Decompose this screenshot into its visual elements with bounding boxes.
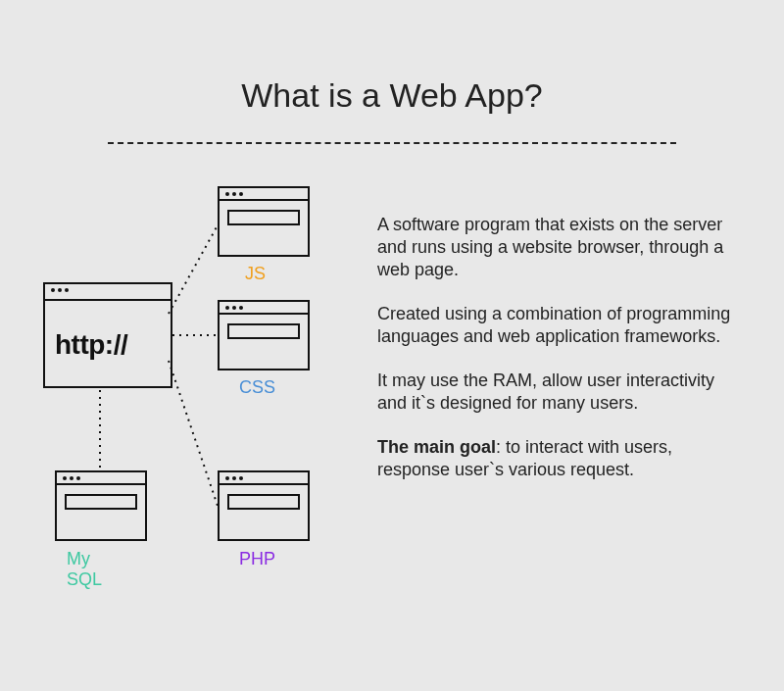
node-label-mysql: My SQL: [67, 549, 102, 590]
window-inner-rect: [227, 210, 300, 225]
node-browser-php: [218, 470, 310, 541]
window-dots-icon: [225, 306, 243, 310]
node-label-js: JS: [245, 264, 266, 284]
window-dots-icon: [51, 288, 69, 292]
paragraph-1: A software program that exists on the se…: [377, 214, 735, 281]
window-toolbar-sep: [45, 299, 171, 301]
window-inner-rect: [65, 494, 137, 510]
svg-line-0: [169, 225, 218, 314]
window-toolbar-sep: [57, 483, 145, 485]
paragraph-3: It may use the RAM, allow user interacti…: [377, 370, 735, 415]
paragraph-2: Created using a combination of programmi…: [377, 303, 735, 348]
node-label-php: PHP: [239, 549, 275, 569]
main-browser-icon: http://: [43, 282, 172, 388]
window-dots-icon: [63, 476, 80, 480]
node-browser-css: [218, 300, 310, 370]
window-inner-rect: [227, 494, 300, 510]
window-toolbar-sep: [220, 313, 308, 315]
svg-line-2: [169, 361, 218, 506]
paragraph-4-bold: The main goal: [377, 437, 496, 457]
node-label-css: CSS: [239, 377, 275, 398]
node-browser-js: [218, 186, 310, 257]
paragraph-4: The main goal: to interact with users, r…: [377, 436, 735, 481]
window-toolbar-sep: [220, 483, 308, 485]
divider: [108, 142, 676, 144]
window-toolbar-sep: [220, 199, 308, 201]
window-inner-rect: [227, 323, 300, 339]
description-text: A software program that exists on the se…: [377, 214, 735, 503]
main-browser-text: http://: [55, 329, 127, 361]
node-browser-mysql: [55, 470, 147, 541]
window-dots-icon: [225, 192, 243, 196]
window-dots-icon: [225, 476, 243, 480]
page-title: What is a Web App?: [0, 76, 784, 115]
